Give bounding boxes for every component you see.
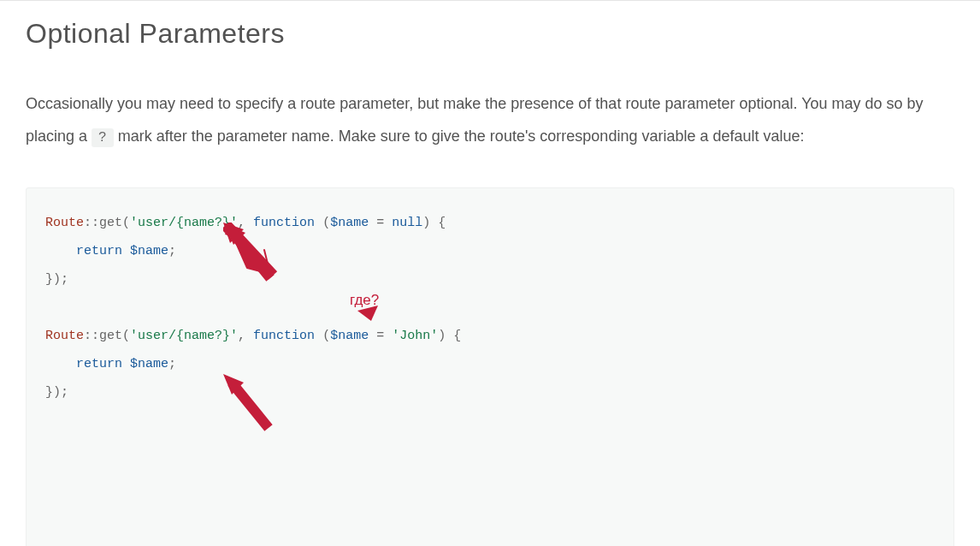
code-token: :: — [84, 329, 99, 343]
code-token: ; — [168, 357, 176, 371]
code-token: Route — [45, 329, 84, 343]
code-token: :: — [84, 216, 99, 230]
desc-part2: mark after the parameter name. Make sure… — [114, 128, 805, 145]
code-token: , — [238, 329, 253, 343]
code-token: ( — [122, 329, 130, 343]
code-token — [315, 216, 322, 230]
code-token: ; — [168, 244, 176, 258]
code-token: function — [253, 216, 315, 230]
code-token: get — [99, 216, 122, 230]
code-token: $name — [330, 329, 369, 343]
code-token: null — [392, 216, 422, 230]
code-token — [315, 329, 322, 343]
code-token: $name — [130, 357, 168, 371]
code-token: $name — [130, 244, 168, 258]
code-token: ( — [322, 329, 330, 343]
code-token: { — [430, 216, 446, 230]
description-paragraph: Occasionally you may need to specify a r… — [26, 88, 954, 153]
code-token — [122, 244, 130, 258]
section-heading: Optional Parameters — [26, 18, 954, 50]
svg-marker-4 — [223, 374, 244, 395]
code-block: Route::get('user/{name?}', function ($na… — [26, 187, 954, 546]
code-blank-line — [45, 300, 53, 315]
svg-line-0 — [230, 229, 266, 270]
annotation-text: где? — [350, 284, 379, 316]
code-token: = — [369, 216, 392, 230]
code-token: ( — [322, 216, 330, 230]
code-token: }); — [45, 272, 68, 287]
code-token: { — [446, 329, 461, 343]
code-token — [45, 244, 76, 258]
code-token — [122, 357, 130, 371]
code-token: , — [238, 216, 253, 230]
svg-marker-5 — [357, 306, 378, 321]
code-token: ) — [422, 216, 430, 230]
code-token: get — [99, 329, 122, 343]
code-token: ( — [122, 216, 130, 230]
code-token: function — [253, 329, 315, 343]
code-token: Route — [45, 216, 84, 230]
code-token: 'user/{name?}' — [130, 329, 238, 343]
code-token: return — [76, 357, 122, 371]
code-token: return — [76, 244, 122, 258]
code-token: 'John' — [392, 329, 438, 343]
annotation-arrow-icon — [223, 223, 283, 287]
code-token: 'user/{name?}' — [130, 216, 238, 230]
code-token: $name — [330, 216, 369, 230]
code-token: = — [369, 329, 392, 343]
code-token: }); — [45, 385, 68, 400]
inline-code-question-mark: ? — [92, 128, 114, 147]
code-token — [45, 357, 76, 371]
code-token: ) — [438, 329, 446, 343]
annotation-arrow-icon-1 — [223, 223, 283, 291]
annotation-small-arrow-icon — [356, 304, 380, 323]
annotation-arrow-icon-2 — [221, 372, 281, 441]
